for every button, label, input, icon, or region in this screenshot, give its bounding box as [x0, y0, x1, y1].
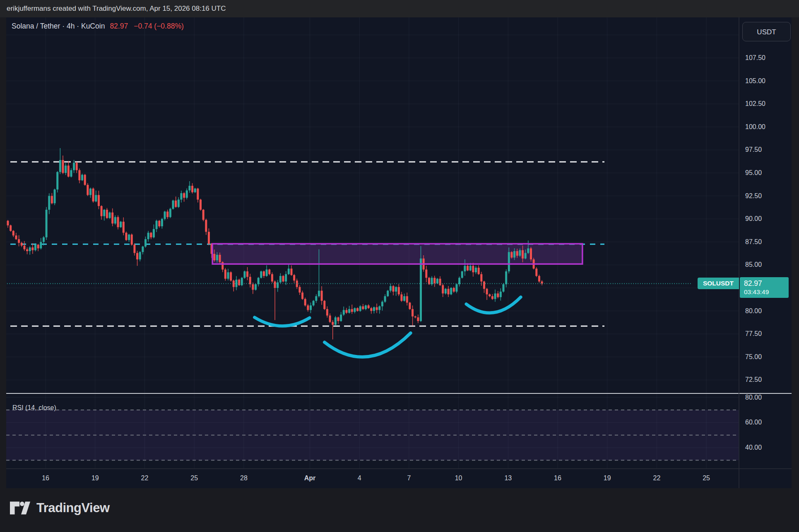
legend-last-price: 82.97	[110, 22, 128, 30]
currency-toggle-button[interactable]: USDT	[742, 22, 791, 41]
time-axis-label: 16	[42, 474, 49, 482]
time-axis-label: 25	[190, 474, 198, 482]
candle	[243, 271, 245, 279]
price-axis-label: 77.50	[745, 330, 762, 338]
tradingview-logo[interactable]: TradingView	[10, 501, 110, 515]
time-axis-label: 16	[554, 474, 561, 482]
tradingview-logo-icon	[10, 501, 31, 515]
tradingview-chart-screenshot: erikjuffermans created with TradingView.…	[0, 0, 799, 532]
time-axis-label: 7	[407, 474, 411, 482]
time-axis-label: 19	[604, 474, 611, 482]
time-axis-label: 28	[240, 474, 248, 482]
candle	[238, 279, 240, 286]
bar-countdown[interactable]: 03:43:49	[744, 288, 789, 296]
candle	[436, 278, 438, 284]
candle	[92, 187, 94, 203]
rsi-axis-label: 80.00	[745, 394, 762, 401]
candle	[84, 174, 86, 186]
candle	[200, 199, 202, 211]
footer-bar: TradingView	[0, 488, 799, 532]
price-axis-label: 75.00	[745, 353, 762, 361]
candle	[510, 251, 513, 259]
candle	[255, 283, 257, 290]
price-axis-label: 92.50	[745, 192, 762, 200]
candle	[56, 171, 58, 193]
attribution-bar: erikjuffermans created with TradingView.…	[0, 0, 799, 17]
chart-canvas	[0, 0, 799, 532]
candle	[260, 271, 262, 278]
legend-change: −0.74 (−0.88%)	[134, 22, 184, 30]
candle	[202, 209, 205, 221]
time-axis-label: 19	[91, 474, 99, 482]
candle	[241, 277, 243, 286]
last-price-value: 82.97	[744, 279, 789, 288]
symbol-price-tag: SOLUSDT	[698, 278, 739, 289]
price-axis-label: 72.50	[745, 376, 762, 383]
supply-zone-box[interactable]	[212, 244, 582, 264]
candle	[125, 232, 127, 241]
symbol-title[interactable]: Solana / Tether · 4h · KuCoin	[12, 22, 105, 30]
price-axis-label: 100.00	[745, 123, 765, 131]
price-axis-label: 102.50	[745, 100, 765, 108]
price-axis-label: 95.00	[745, 169, 762, 177]
price-axis-label: 90.00	[745, 215, 762, 223]
candle	[450, 287, 452, 295]
candle	[282, 275, 284, 283]
candle	[169, 208, 171, 218]
rsi-panel	[6, 410, 739, 460]
rsi-indicator-label[interactable]: RSI (14, close)	[12, 404, 56, 412]
candle	[10, 225, 12, 232]
price-axis-label: 87.50	[745, 238, 762, 246]
candle	[230, 271, 232, 282]
candle	[530, 247, 532, 261]
time-axis-label: 13	[504, 474, 512, 482]
candle	[323, 300, 325, 310]
time-axis-label: 22	[653, 474, 660, 482]
symbol-legend[interactable]: Solana / Tether · 4h · KuCoin82.97−0.74 …	[12, 22, 184, 31]
candle	[387, 290, 389, 297]
candle	[120, 221, 122, 228]
candle	[109, 212, 111, 219]
candle	[131, 234, 133, 246]
candle	[335, 316, 337, 326]
rsi-axis-label: 60.00	[745, 419, 762, 426]
last-price-tag[interactable]: 82.97 03:43:49	[740, 277, 789, 298]
price-axis-label: 80.00	[745, 307, 762, 315]
candle	[409, 302, 411, 310]
candle	[194, 188, 196, 193]
candle	[46, 207, 48, 240]
candle	[535, 267, 537, 277]
time-axis-label: 25	[703, 474, 710, 482]
candle	[503, 283, 505, 292]
price-axis-label: 105.00	[745, 77, 765, 85]
time-axis-label: Apr	[304, 474, 316, 482]
attribution-text: erikjuffermans created with TradingView.…	[7, 5, 226, 12]
candle	[461, 271, 463, 278]
candle	[54, 189, 56, 205]
candle	[172, 200, 174, 210]
price-axis-label: 85.00	[745, 261, 762, 268]
time-axis-label: 4	[358, 474, 361, 482]
tradingview-logo-text: TradingView	[36, 501, 110, 515]
candle	[87, 183, 89, 196]
time-axis-label: 22	[141, 474, 149, 482]
rsi-axis-label: 40.00	[745, 444, 762, 451]
price-axis-label: 107.50	[745, 54, 765, 62]
price-axis-label: 97.50	[745, 146, 762, 153]
time-axis-label: 10	[455, 474, 462, 482]
